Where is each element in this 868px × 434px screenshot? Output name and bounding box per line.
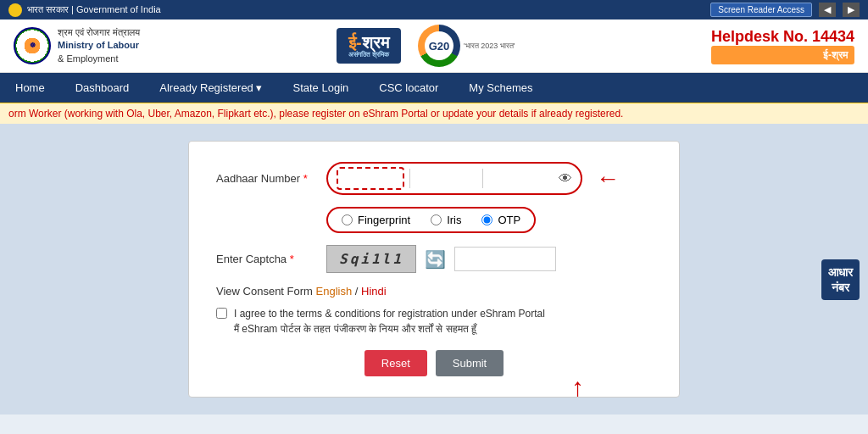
eshram-logo: ई-श्रम असंगठित श्रमिक bbox=[337, 28, 401, 64]
captcha-refresh-button[interactable]: 🔄 bbox=[425, 249, 446, 270]
top-bar: भारत सरकार | Government of India Screen … bbox=[0, 0, 868, 19]
prev-arrow-button[interactable]: ◀ bbox=[819, 3, 836, 17]
submit-arrow-icon: ↑ bbox=[571, 373, 584, 402]
aadhaar-side-line1: आधार bbox=[828, 264, 853, 280]
required-star: * bbox=[303, 172, 308, 185]
aadhaar-input-group: 👁 bbox=[326, 162, 582, 195]
gov-text: भारत सरकार | Government of India bbox=[27, 4, 161, 15]
ministry-en1: Ministry of Labour bbox=[58, 39, 140, 52]
main-content: KYC विकल्प ➔ आधार नंबर Aadhaar Number * … bbox=[0, 124, 868, 415]
eshram-badge-right: ई-श्रम bbox=[711, 46, 854, 64]
aadhaar-side-annotation: आधार नंबर bbox=[821, 259, 860, 300]
captcha-required-star: * bbox=[290, 253, 294, 265]
nav-already-registered[interactable]: Already Registered ▾ bbox=[144, 73, 277, 103]
eshram-e: ई- bbox=[348, 33, 362, 52]
nav-home[interactable]: Home bbox=[0, 73, 60, 103]
aadhaar-field-1[interactable] bbox=[337, 167, 404, 190]
kyc-radio-otp[interactable] bbox=[481, 214, 492, 225]
eye-icon[interactable]: 👁 bbox=[559, 171, 572, 186]
kyc-option-iris[interactable]: Iris bbox=[431, 214, 461, 226]
kyc-option-otp[interactable]: OTP bbox=[481, 214, 520, 226]
aadhaar-arrow-icon: ← bbox=[596, 165, 620, 192]
kyc-fingerprint-label: Fingerprint bbox=[358, 214, 410, 226]
nav-my-schemes[interactable]: My Schemes bbox=[453, 73, 548, 103]
aadhaar-field-2[interactable] bbox=[409, 169, 477, 188]
kyc-radio-iris[interactable] bbox=[431, 214, 442, 225]
eshram-sub: असंगठित श्रमिक bbox=[348, 52, 389, 59]
eshram-shram: श्रम bbox=[362, 33, 389, 52]
aadhaar-side-line2: नंबर bbox=[828, 280, 853, 295]
g20-inner: G20 bbox=[425, 31, 453, 60]
consent-checkbox-row: I agree to the terms & conditions for re… bbox=[216, 306, 652, 337]
captcha-image: Sqi1l1 bbox=[326, 245, 416, 273]
g20-text: 'भारत 2023 भारत' bbox=[464, 42, 515, 51]
aadhaar-label: Aadhaar Number * bbox=[216, 172, 318, 185]
consent-hindi-link[interactable]: Hindi bbox=[361, 285, 387, 298]
consent-english-link[interactable]: English bbox=[316, 285, 353, 298]
ashoka-chakra-icon: ☸ bbox=[14, 27, 51, 64]
g20-circle: G20 bbox=[418, 25, 460, 67]
nav-state-login[interactable]: State Login bbox=[277, 73, 364, 103]
aadhaar-row: Aadhaar Number * 👁 ← bbox=[216, 162, 652, 195]
helpdesk-number: Helpdesk No. 14434 bbox=[711, 28, 854, 46]
screen-reader-button[interactable]: Screen Reader Access bbox=[710, 3, 812, 17]
submit-button[interactable]: Submit bbox=[436, 350, 504, 376]
nav-dashboard[interactable]: Dashboard bbox=[60, 73, 145, 103]
header: ☸ श्रम एवं रोजगार मंत्रालय Ministry of L… bbox=[0, 19, 868, 73]
ministry-logo: ☸ श्रम एवं रोजगार मंत्रालय Ministry of L… bbox=[14, 26, 140, 65]
ticker-text: orm Worker (working with Ola, Uber, Amaz… bbox=[8, 108, 860, 120]
kyc-otp-label: OTP bbox=[498, 214, 520, 226]
ministry-hindi: श्रम एवं रोजगार मंत्रालय bbox=[58, 26, 140, 39]
next-arrow-button[interactable]: ▶ bbox=[843, 3, 860, 17]
nav-csc-locator[interactable]: CSC locator bbox=[364, 73, 453, 103]
button-row: Reset Submit ↑ bbox=[216, 350, 652, 376]
consent-checkbox[interactable] bbox=[216, 308, 227, 319]
header-center: ई-श्रम असंगठित श्रमिक G20 'भारत 2023 भार… bbox=[337, 25, 515, 67]
form-card: Aadhaar Number * 👁 ← Fingerprint bbox=[188, 141, 680, 398]
kyc-iris-label: Iris bbox=[447, 214, 461, 226]
kyc-row: Fingerprint Iris OTP bbox=[216, 207, 652, 233]
ministry-en2: & Employment bbox=[58, 53, 140, 65]
kyc-option-fingerprint[interactable]: Fingerprint bbox=[342, 214, 410, 226]
ticker-bar: orm Worker (working with Ola, Uber, Amaz… bbox=[0, 103, 868, 124]
ministry-text: श्रम एवं रोजगार मंत्रालय Ministry of Lab… bbox=[58, 26, 140, 65]
kyc-radio-fingerprint[interactable] bbox=[342, 214, 353, 225]
g20-badge: G20 'भारत 2023 भारत' bbox=[418, 25, 515, 67]
g20-sub: 'भारत 2023 भारत' bbox=[464, 42, 515, 51]
aadhaar-field-3[interactable] bbox=[482, 169, 550, 188]
consent-link-row: View Consent Form English / Hindi bbox=[216, 285, 652, 298]
top-bar-left: भारत सरकार | Government of India bbox=[8, 3, 161, 17]
emblem-icon bbox=[8, 3, 22, 17]
navigation: Home Dashboard Already Registered ▾ Stat… bbox=[0, 73, 868, 103]
header-left: ☸ श्रम एवं रोजगार मंत्रालय Ministry of L… bbox=[14, 26, 140, 65]
consent-separator: / bbox=[355, 285, 361, 298]
header-right: Helpdesk No. 14434 ई-श्रम bbox=[711, 28, 854, 64]
reset-button[interactable]: Reset bbox=[364, 350, 427, 376]
captcha-input[interactable] bbox=[454, 247, 556, 271]
captcha-row: Enter Captcha * Sqi1l1 🔄 bbox=[216, 245, 652, 273]
consent-text: I agree to the terms & conditions for re… bbox=[234, 306, 545, 337]
kyc-options-group: Fingerprint Iris OTP bbox=[326, 207, 536, 233]
top-bar-right: Screen Reader Access ◀ ▶ bbox=[710, 3, 860, 17]
captcha-label: Enter Captcha * bbox=[216, 253, 318, 265]
